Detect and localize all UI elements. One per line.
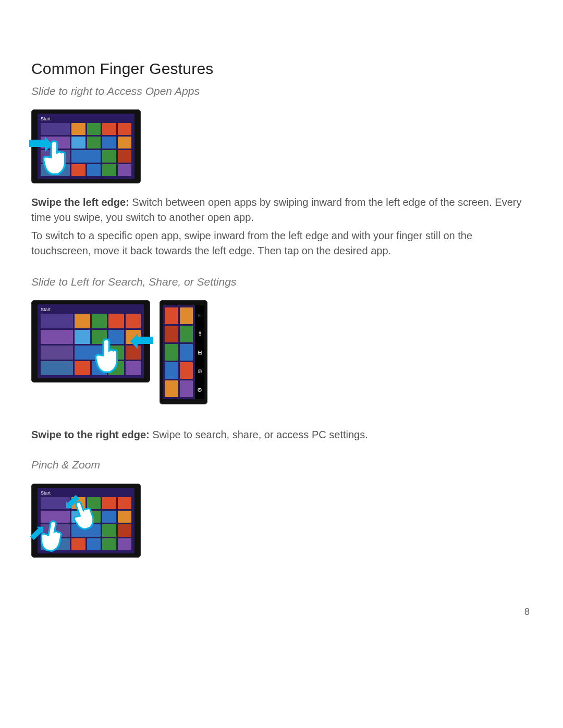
swipe-left-arrow-icon <box>138 337 153 344</box>
tablet-charms-illustration: ⌕ ⇪ ⊞ ⎚ ⚙ <box>160 300 207 404</box>
section-3-subhead: Pinch & Zoom <box>31 457 530 473</box>
section-1-body: Swipe the left edge: Switch between open… <box>31 195 530 225</box>
section-1-bold: Swipe the left edge: <box>31 196 129 208</box>
swipe-right-arrow-icon <box>29 140 45 147</box>
search-charm-icon: ⌕ <box>198 312 202 317</box>
start-tiles <box>41 123 131 176</box>
section-2-text: Swipe to search, share, or access PC set… <box>150 429 368 440</box>
devices-charm-icon: ⎚ <box>198 368 202 374</box>
tablet-screen: Start <box>38 304 144 378</box>
start-tiles <box>41 314 141 375</box>
start-label: Start <box>41 306 51 313</box>
start-label: Start <box>41 116 51 122</box>
start-charm-icon: ⊞ <box>198 350 202 355</box>
tablet-screen: Start <box>38 488 134 553</box>
settings-charm-icon: ⚙ <box>197 387 202 393</box>
section-2-subhead: Slide to Left for Search, Share, or Sett… <box>31 274 530 290</box>
figure-swipe-left-edge: Start <box>31 109 530 183</box>
section-1-body-2: To switch to a specific open app, swipe … <box>31 228 530 258</box>
tablet-screen: ⌕ ⇪ ⊞ ⎚ ⚙ <box>163 305 204 399</box>
start-label: Start <box>41 490 51 497</box>
tablet-illustration: Start <box>31 484 141 558</box>
tablet-illustration: Start <box>31 109 141 183</box>
section-2-bold: Swipe to the right edge: <box>31 429 150 440</box>
share-charm-icon: ⇪ <box>198 331 202 337</box>
section-2-body: Swipe to the right edge: Swipe to search… <box>31 427 530 442</box>
figure-swipe-right-edge: Start <box>31 300 530 404</box>
start-tiles <box>41 497 131 550</box>
page-title: Common Finger Gestures <box>31 57 530 80</box>
tablet-illustration: Start <box>31 300 150 382</box>
page-number: 8 <box>524 605 530 619</box>
section-1-subhead: Slide to right to Access Open Apps <box>31 83 530 99</box>
apps-column <box>163 305 195 399</box>
charms-bar: ⌕ ⇪ ⊞ ⎚ ⚙ <box>195 305 204 399</box>
figure-pinch-zoom: Start <box>31 484 530 558</box>
